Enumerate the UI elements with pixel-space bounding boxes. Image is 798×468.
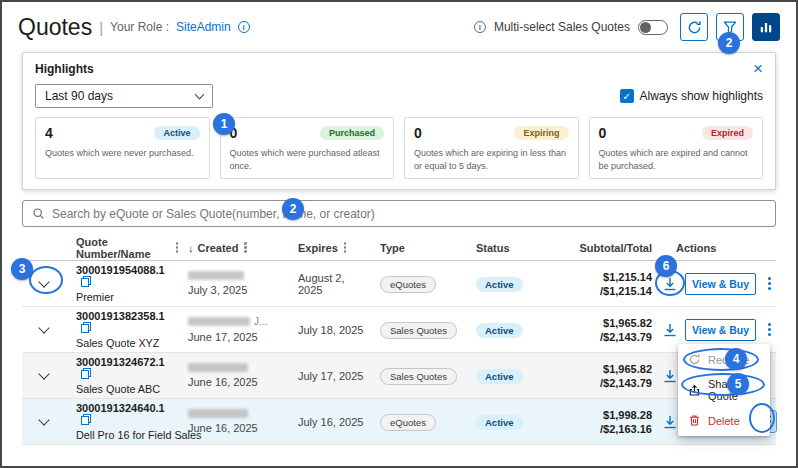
quotes-page: Quotes | Your Role : SiteAdmin i i Multi…	[0, 0, 798, 468]
multiselect-toggle[interactable]	[638, 20, 668, 35]
status-badge: Active	[476, 415, 523, 430]
redacted-creator	[188, 271, 244, 280]
annotation-badge-2-filter: 2	[718, 32, 740, 54]
column-menu-icon[interactable]	[344, 242, 347, 253]
redacted-creator	[188, 363, 248, 372]
row-menu-icon[interactable]	[763, 319, 776, 340]
subtotal-value: $1,998.28	[580, 409, 652, 421]
copy-icon[interactable]	[81, 276, 91, 287]
always-show-highlights-checkbox[interactable]: ✓ Always show highlights	[620, 89, 763, 103]
title-group: Quotes | Your Role : SiteAdmin i	[18, 14, 250, 41]
always-show-highlights-label: Always show highlights	[640, 89, 763, 103]
expires-date: July 18, 2025	[298, 324, 363, 336]
card-count: 0	[414, 125, 422, 141]
quote-number: 3000191324672.1	[76, 356, 165, 368]
search-bar	[22, 200, 776, 227]
card-description: Quotes which are expired and cannot be p…	[599, 147, 754, 172]
expand-row-icon[interactable]	[38, 369, 49, 380]
status-badge: Active	[476, 323, 523, 338]
annotation-ellipse-expand	[29, 266, 63, 294]
row-menu-icon[interactable]	[763, 273, 776, 294]
role-value-link[interactable]: SiteAdmin	[176, 20, 231, 34]
copy-icon[interactable]	[81, 414, 91, 425]
status-badge: Active	[476, 369, 523, 384]
download-icon[interactable]	[662, 322, 678, 338]
subtotal-value: $1,965.82	[580, 363, 652, 375]
expand-row-icon[interactable]	[38, 323, 49, 334]
subtotal-value: $1,215.14	[580, 271, 652, 283]
card-description: Quotes which were purchased atleast once…	[230, 147, 385, 172]
card-purchased: 0Purchased Quotes which were purchased a…	[220, 117, 395, 179]
expand-row-icon[interactable]	[38, 415, 49, 426]
bar-chart-icon	[759, 20, 773, 34]
card-count: 4	[45, 125, 53, 141]
annotation-badge-1: 1	[213, 113, 235, 135]
created-date: June 17, 2025	[188, 331, 288, 343]
quote-number: 3000191382358.1	[76, 310, 165, 322]
search-icon	[32, 207, 45, 220]
annotation-badge-4: 4	[725, 348, 747, 370]
type-column-header: Type	[370, 242, 466, 254]
expired-badge: Expired	[702, 126, 753, 140]
card-expired: 0Expired Quotes which are expired and ca…	[589, 117, 764, 179]
title-divider: |	[99, 19, 103, 36]
download-icon[interactable]	[662, 368, 678, 384]
active-badge: Active	[154, 126, 199, 140]
card-description: Quotes which were never purchased.	[45, 147, 200, 171]
table-row: 3000191324640.1 Dell Pro 16 for Field Sa…	[22, 399, 776, 445]
card-count: 0	[599, 125, 607, 141]
card-description: Quotes which are expiring in less than o…	[414, 147, 569, 172]
redacted-creator	[188, 317, 250, 326]
trash-icon	[688, 414, 701, 427]
copy-icon[interactable]	[81, 322, 91, 333]
download-icon[interactable]	[662, 414, 678, 430]
checkbox-checked-icon[interactable]: ✓	[620, 89, 634, 103]
type-badge: Sales Quotes	[380, 322, 457, 339]
table-row: 3000191324672.1 Sales Quote ABC June 16,…	[22, 353, 776, 399]
chart-view-button[interactable]	[752, 13, 780, 41]
highlights-title: Highlights	[35, 62, 94, 76]
menu-item-label: Delete	[708, 415, 740, 427]
purchased-badge: Purchased	[320, 126, 384, 140]
copy-icon[interactable]	[81, 368, 91, 379]
expires-column-label: Expires	[298, 242, 338, 254]
highlights-controls: Last 90 days ✓ Always show highlights	[35, 84, 763, 108]
created-date: June 16, 2025	[188, 376, 288, 388]
redacted-creator	[188, 409, 248, 418]
card-active: 4Active Quotes which were never purchase…	[35, 117, 210, 179]
quote-name: Premier	[76, 291, 178, 303]
total-value: /$2,143.79	[580, 377, 652, 389]
role-info-icon[interactable]: i	[238, 21, 250, 33]
annotation-ellipse-share	[681, 373, 765, 396]
close-highlights-icon[interactable]: ×	[753, 62, 763, 76]
search-input[interactable]	[52, 207, 766, 221]
date-range-value: Last 90 days	[45, 89, 113, 103]
type-badge: eQuotes	[380, 276, 436, 293]
multiselect-info-icon[interactable]: i	[474, 21, 486, 33]
type-badge: eQuotes	[380, 414, 436, 431]
sort-descending-icon[interactable]: ↓	[188, 242, 194, 254]
created-date: June 16, 2025	[188, 422, 288, 434]
chevron-down-icon	[195, 89, 205, 99]
page-header: Quotes | Your Role : SiteAdmin i i Multi…	[2, 2, 796, 52]
expires-date: August 2, 2025	[298, 272, 344, 296]
status-column-header: Status	[466, 242, 570, 254]
created-date: July 3, 2025	[188, 284, 288, 296]
annotation-ellipse-requote	[683, 348, 759, 371]
quote-column-label: Quote Number/Name	[76, 236, 170, 260]
date-range-select[interactable]: Last 90 days	[35, 84, 213, 108]
view-buy-button[interactable]: View & Buy	[685, 319, 756, 341]
highlight-cards: 4Active Quotes which were never purchase…	[35, 117, 763, 179]
view-buy-button[interactable]: View & Buy	[685, 273, 756, 295]
annotation-badge-5: 5	[727, 373, 749, 395]
multiselect-label: Multi-select Sales Quotes	[494, 20, 630, 34]
quote-name: Sales Quote XYZ	[76, 337, 178, 349]
column-menu-icon[interactable]	[244, 242, 247, 253]
total-value: /$2,163.16	[580, 423, 652, 435]
expires-date: July 16, 2025	[298, 416, 363, 428]
refresh-button[interactable]	[680, 13, 708, 41]
quote-name: Sales Quote ABC	[76, 383, 178, 395]
card-expiring: 0Expiring Quotes which are expiring in l…	[404, 117, 579, 179]
annotation-badge-2-search: 2	[282, 198, 304, 220]
quote-name: Dell Pro 16 for Field Sales	[76, 429, 178, 441]
